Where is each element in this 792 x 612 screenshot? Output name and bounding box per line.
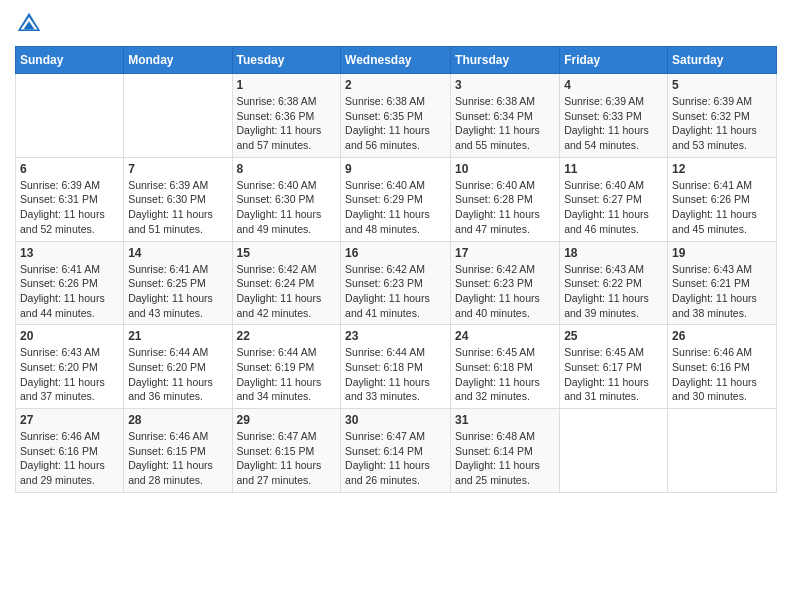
calendar-cell: 17Sunrise: 6:42 AMSunset: 6:23 PMDayligh… [451,241,560,325]
cell-content: Daylight: 11 hours and 36 minutes. [128,375,227,404]
cell-content: Sunrise: 6:40 AM [237,178,337,193]
cell-content: Sunrise: 6:41 AM [128,262,227,277]
header-day: Saturday [668,47,777,74]
day-number: 28 [128,413,227,427]
cell-content: Sunrise: 6:44 AM [237,345,337,360]
cell-content: Sunrise: 6:45 AM [564,345,663,360]
day-number: 11 [564,162,663,176]
calendar-cell: 2Sunrise: 6:38 AMSunset: 6:35 PMDaylight… [341,74,451,158]
header-day: Sunday [16,47,124,74]
cell-content: Daylight: 11 hours and 33 minutes. [345,375,446,404]
cell-content: Sunrise: 6:44 AM [345,345,446,360]
calendar-cell: 29Sunrise: 6:47 AMSunset: 6:15 PMDayligh… [232,409,341,493]
day-number: 19 [672,246,772,260]
cell-content: Daylight: 11 hours and 53 minutes. [672,123,772,152]
cell-content: Sunset: 6:24 PM [237,276,337,291]
cell-content: Sunrise: 6:39 AM [564,94,663,109]
cell-content: Sunset: 6:29 PM [345,192,446,207]
calendar-cell: 26Sunrise: 6:46 AMSunset: 6:16 PMDayligh… [668,325,777,409]
cell-content: Sunset: 6:21 PM [672,276,772,291]
calendar-cell: 6Sunrise: 6:39 AMSunset: 6:31 PMDaylight… [16,157,124,241]
cell-content: Daylight: 11 hours and 44 minutes. [20,291,119,320]
cell-content: Daylight: 11 hours and 27 minutes. [237,458,337,487]
cell-content: Sunrise: 6:39 AM [672,94,772,109]
calendar-cell: 14Sunrise: 6:41 AMSunset: 6:25 PMDayligh… [124,241,232,325]
day-number: 1 [237,78,337,92]
cell-content: Sunrise: 6:39 AM [128,178,227,193]
day-number: 26 [672,329,772,343]
cell-content: Daylight: 11 hours and 39 minutes. [564,291,663,320]
calendar-cell: 18Sunrise: 6:43 AMSunset: 6:22 PMDayligh… [560,241,668,325]
cell-content: Sunset: 6:27 PM [564,192,663,207]
day-number: 2 [345,78,446,92]
cell-content: Daylight: 11 hours and 30 minutes. [672,375,772,404]
day-number: 31 [455,413,555,427]
calendar-cell: 16Sunrise: 6:42 AMSunset: 6:23 PMDayligh… [341,241,451,325]
cell-content: Sunrise: 6:48 AM [455,429,555,444]
cell-content: Sunset: 6:30 PM [128,192,227,207]
cell-content: Sunset: 6:14 PM [455,444,555,459]
cell-content: Sunset: 6:20 PM [20,360,119,375]
calendar-cell: 19Sunrise: 6:43 AMSunset: 6:21 PMDayligh… [668,241,777,325]
header-day: Friday [560,47,668,74]
cell-content: Sunrise: 6:45 AM [455,345,555,360]
cell-content: Daylight: 11 hours and 55 minutes. [455,123,555,152]
cell-content: Sunset: 6:36 PM [237,109,337,124]
calendar-cell: 23Sunrise: 6:44 AMSunset: 6:18 PMDayligh… [341,325,451,409]
calendar-cell: 1Sunrise: 6:38 AMSunset: 6:36 PMDaylight… [232,74,341,158]
cell-content: Sunrise: 6:40 AM [564,178,663,193]
cell-content: Daylight: 11 hours and 47 minutes. [455,207,555,236]
calendar-cell [16,74,124,158]
day-number: 6 [20,162,119,176]
cell-content: Sunset: 6:35 PM [345,109,446,124]
calendar-cell: 4Sunrise: 6:39 AMSunset: 6:33 PMDaylight… [560,74,668,158]
cell-content: Daylight: 11 hours and 40 minutes. [455,291,555,320]
calendar-cell: 21Sunrise: 6:44 AMSunset: 6:20 PMDayligh… [124,325,232,409]
day-number: 25 [564,329,663,343]
cell-content: Daylight: 11 hours and 34 minutes. [237,375,337,404]
day-number: 29 [237,413,337,427]
calendar-cell [560,409,668,493]
cell-content: Sunrise: 6:47 AM [345,429,446,444]
logo-icon [15,10,43,38]
cell-content: Daylight: 11 hours and 31 minutes. [564,375,663,404]
cell-content: Sunset: 6:34 PM [455,109,555,124]
calendar-week-row: 1Sunrise: 6:38 AMSunset: 6:36 PMDaylight… [16,74,777,158]
day-number: 30 [345,413,446,427]
cell-content: Sunrise: 6:46 AM [128,429,227,444]
cell-content: Sunset: 6:26 PM [672,192,772,207]
cell-content: Sunset: 6:20 PM [128,360,227,375]
calendar-cell: 25Sunrise: 6:45 AMSunset: 6:17 PMDayligh… [560,325,668,409]
day-number: 15 [237,246,337,260]
cell-content: Sunrise: 6:43 AM [564,262,663,277]
cell-content: Daylight: 11 hours and 46 minutes. [564,207,663,236]
calendar-week-row: 27Sunrise: 6:46 AMSunset: 6:16 PMDayligh… [16,409,777,493]
cell-content: Daylight: 11 hours and 49 minutes. [237,207,337,236]
calendar-cell: 5Sunrise: 6:39 AMSunset: 6:32 PMDaylight… [668,74,777,158]
calendar-cell: 10Sunrise: 6:40 AMSunset: 6:28 PMDayligh… [451,157,560,241]
cell-content: Sunrise: 6:43 AM [672,262,772,277]
day-number: 16 [345,246,446,260]
calendar-cell: 27Sunrise: 6:46 AMSunset: 6:16 PMDayligh… [16,409,124,493]
cell-content: Sunrise: 6:38 AM [345,94,446,109]
cell-content: Sunrise: 6:40 AM [345,178,446,193]
cell-content: Daylight: 11 hours and 42 minutes. [237,291,337,320]
calendar-cell: 13Sunrise: 6:41 AMSunset: 6:26 PMDayligh… [16,241,124,325]
calendar-cell: 31Sunrise: 6:48 AMSunset: 6:14 PMDayligh… [451,409,560,493]
cell-content: Daylight: 11 hours and 54 minutes. [564,123,663,152]
cell-content: Sunset: 6:26 PM [20,276,119,291]
header-day: Tuesday [232,47,341,74]
header-row: SundayMondayTuesdayWednesdayThursdayFrid… [16,47,777,74]
cell-content: Sunset: 6:19 PM [237,360,337,375]
cell-content: Sunrise: 6:40 AM [455,178,555,193]
day-number: 7 [128,162,227,176]
day-number: 5 [672,78,772,92]
cell-content: Sunset: 6:33 PM [564,109,663,124]
calendar-cell: 28Sunrise: 6:46 AMSunset: 6:15 PMDayligh… [124,409,232,493]
cell-content: Sunrise: 6:42 AM [237,262,337,277]
cell-content: Daylight: 11 hours and 41 minutes. [345,291,446,320]
day-number: 3 [455,78,555,92]
day-number: 22 [237,329,337,343]
day-number: 20 [20,329,119,343]
cell-content: Daylight: 11 hours and 45 minutes. [672,207,772,236]
